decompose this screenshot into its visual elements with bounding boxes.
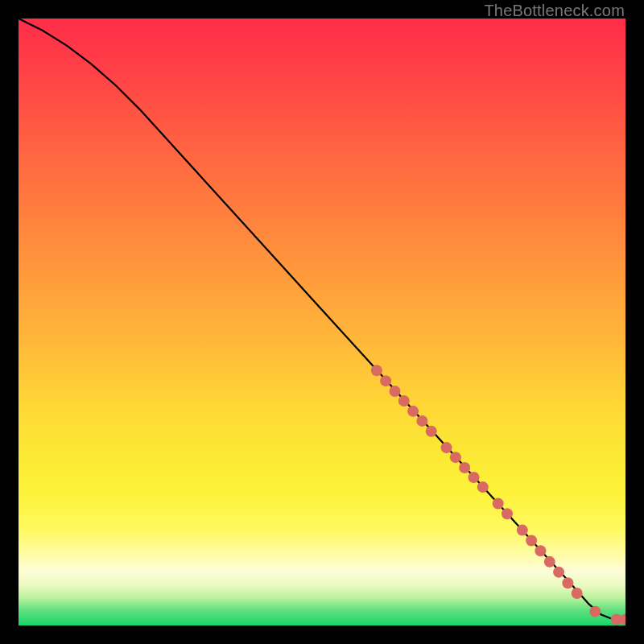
chart-point [477, 481, 489, 493]
chart-point [459, 462, 470, 473]
chart-point [535, 545, 546, 556]
chart-svg [19, 19, 625, 625]
chart-point [450, 452, 461, 463]
chart-point [398, 395, 410, 407]
chart-point [416, 415, 427, 427]
chart-point [620, 613, 625, 625]
chart-point [553, 567, 564, 578]
chart-stage: TheBottleneck.com [0, 0, 644, 644]
chart-point [426, 426, 437, 437]
chart-point [526, 535, 537, 546]
chart-point [572, 588, 583, 599]
chart-point [407, 406, 419, 417]
watermark-text: TheBottleneck.com [484, 2, 625, 20]
chart-point [371, 365, 382, 376]
chart-point [517, 525, 528, 536]
chart-point [469, 472, 480, 483]
chart-points-group [371, 365, 625, 625]
chart-line [19, 19, 625, 619]
chart-point [389, 386, 400, 397]
plot-area [19, 19, 625, 625]
chart-point [544, 556, 555, 568]
chart-point [562, 577, 573, 588]
chart-point [502, 508, 513, 519]
chart-point [380, 375, 391, 386]
chart-point [441, 442, 452, 453]
chart-point [493, 497, 504, 509]
chart-point [589, 606, 601, 617]
